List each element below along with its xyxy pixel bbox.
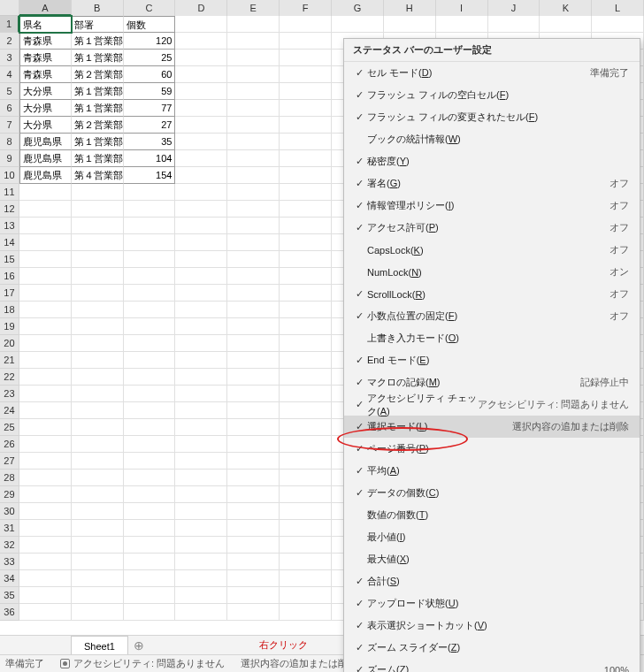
- cell[interactable]: [124, 570, 176, 587]
- row-header[interactable]: 30: [0, 503, 19, 520]
- row-header[interactable]: 35: [0, 587, 19, 604]
- cell[interactable]: 大分県: [19, 83, 72, 100]
- cell[interactable]: 県名: [19, 16, 72, 33]
- cell[interactable]: 青森県: [19, 50, 72, 66]
- cell[interactable]: [280, 587, 332, 604]
- cell[interactable]: [280, 33, 332, 50]
- cell[interactable]: [227, 201, 280, 218]
- cell[interactable]: [227, 167, 280, 184]
- cell[interactable]: [72, 453, 124, 470]
- column-header[interactable]: B: [72, 0, 124, 16]
- cell[interactable]: [280, 335, 332, 352]
- cell[interactable]: [124, 234, 176, 251]
- cell[interactable]: [280, 419, 332, 436]
- row-header[interactable]: 15: [0, 251, 19, 268]
- cell[interactable]: 77: [124, 100, 176, 117]
- cell[interactable]: 第１営業部: [72, 150, 124, 167]
- cell[interactable]: [72, 386, 124, 402]
- cell[interactable]: [19, 369, 72, 386]
- context-menu-item[interactable]: ✓マクロの記録(M)記録停止中: [344, 371, 640, 393]
- cell[interactable]: [592, 16, 644, 33]
- cell[interactable]: [19, 352, 72, 369]
- column-header[interactable]: D: [175, 0, 227, 16]
- cell[interactable]: [124, 537, 176, 554]
- context-menu-item[interactable]: ✓署名(G)オフ: [344, 172, 640, 195]
- cell[interactable]: [19, 268, 72, 285]
- cell[interactable]: [19, 470, 72, 486]
- cell[interactable]: [124, 386, 176, 402]
- context-menu-item[interactable]: 最小値(I): [344, 526, 640, 548]
- cell[interactable]: [227, 453, 280, 470]
- cell[interactable]: [72, 201, 124, 218]
- column-header[interactable]: K: [540, 0, 592, 16]
- context-menu-item[interactable]: ✓フラッシュ フィルの空白セル(F): [344, 84, 640, 106]
- cell[interactable]: [19, 302, 72, 318]
- cell[interactable]: [384, 16, 436, 33]
- cell[interactable]: [175, 470, 227, 486]
- row-header[interactable]: 6: [0, 100, 19, 117]
- cell[interactable]: [280, 218, 332, 234]
- cell[interactable]: [280, 369, 332, 386]
- cell[interactable]: [280, 50, 332, 66]
- cell[interactable]: 部署: [72, 16, 124, 33]
- cell[interactable]: [280, 453, 332, 470]
- column-header[interactable]: J: [488, 0, 540, 16]
- cell[interactable]: [72, 352, 124, 369]
- context-menu-item[interactable]: CapsLock(K)オフ: [344, 239, 640, 261]
- context-menu-item[interactable]: NumLock(N)オン: [344, 261, 640, 283]
- cell[interactable]: [280, 167, 332, 184]
- row-header[interactable]: 5: [0, 83, 19, 100]
- cell[interactable]: [72, 318, 124, 335]
- context-menu-item[interactable]: ✓アップロード状態(U): [344, 592, 640, 615]
- cell[interactable]: 青森県: [19, 33, 72, 50]
- status-accessibility[interactable]: アクセシビリティ: 問題ありません: [60, 657, 225, 670]
- context-menu-item[interactable]: ✓アクセシビリティ チェック(A)アクセシビリティ: 問題ありません: [344, 393, 640, 416]
- cell[interactable]: [175, 150, 227, 167]
- cell[interactable]: [436, 16, 488, 33]
- column-header[interactable]: C: [124, 0, 176, 16]
- cell[interactable]: [227, 537, 280, 554]
- cell[interactable]: [227, 436, 280, 453]
- cell[interactable]: [175, 402, 227, 419]
- cell[interactable]: [227, 419, 280, 436]
- context-menu-item[interactable]: ✓ズーム(Z)100%: [344, 659, 640, 672]
- cell[interactable]: [72, 486, 124, 503]
- cell[interactable]: [280, 150, 332, 167]
- cell[interactable]: [280, 285, 332, 302]
- cell[interactable]: [280, 16, 332, 33]
- cell[interactable]: [280, 117, 332, 134]
- cell[interactable]: [280, 251, 332, 268]
- cell[interactable]: [19, 570, 72, 587]
- row-header[interactable]: 22: [0, 369, 19, 386]
- cell[interactable]: [175, 369, 227, 386]
- row-header[interactable]: 26: [0, 436, 19, 453]
- cell[interactable]: [124, 218, 176, 234]
- row-header[interactable]: 2: [0, 33, 19, 50]
- cell[interactable]: [175, 184, 227, 201]
- cell[interactable]: [175, 234, 227, 251]
- cell[interactable]: [19, 218, 72, 234]
- cell[interactable]: [175, 436, 227, 453]
- cell[interactable]: [72, 184, 124, 201]
- cell[interactable]: [175, 318, 227, 335]
- cell[interactable]: [124, 604, 176, 621]
- cell[interactable]: [124, 587, 176, 604]
- cell[interactable]: 第２営業部: [72, 66, 124, 83]
- cell[interactable]: [175, 100, 227, 117]
- cell[interactable]: 35: [124, 134, 176, 150]
- cell[interactable]: [227, 150, 280, 167]
- cell[interactable]: [175, 268, 227, 285]
- cell[interactable]: [175, 570, 227, 587]
- cell[interactable]: [19, 201, 72, 218]
- cell[interactable]: [175, 520, 227, 537]
- cell[interactable]: [280, 436, 332, 453]
- cell[interactable]: [124, 201, 176, 218]
- row-header[interactable]: 3: [0, 50, 19, 66]
- cell[interactable]: [227, 570, 280, 587]
- context-menu-item[interactable]: ✓End モード(E): [344, 349, 640, 371]
- cell[interactable]: [19, 503, 72, 520]
- cell[interactable]: [227, 66, 280, 83]
- cell[interactable]: 第１営業部: [72, 83, 124, 100]
- cell[interactable]: [280, 302, 332, 318]
- cell[interactable]: [175, 285, 227, 302]
